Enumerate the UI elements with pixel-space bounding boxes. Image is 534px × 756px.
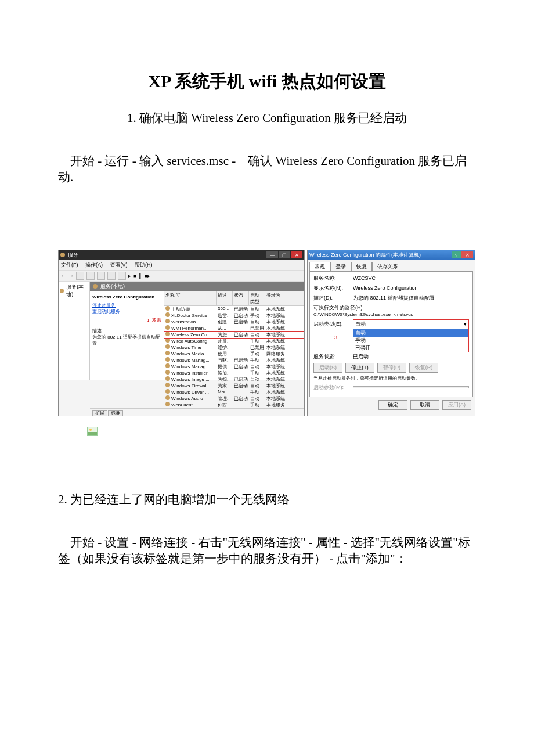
hint-text: 当从此处启动服务时，您可指定所适用的启动参数。 (313, 375, 469, 381)
pause-button[interactable]: 暂停(P) (377, 363, 406, 373)
table-row[interactable]: Windows Installer添加...手动本地系统 (164, 370, 304, 376)
menu-view[interactable]: 查看(V) (110, 262, 128, 268)
tab-logon[interactable]: 登录 (330, 262, 351, 271)
close-button[interactable]: ✕ (461, 251, 473, 258)
tab-recovery[interactable]: 恢复 (351, 262, 372, 271)
col-name[interactable]: 名称 ▽ (164, 291, 217, 305)
label-desc: 描述(D): (313, 294, 353, 302)
gear-icon (165, 325, 170, 330)
step2-text: 开始 - 设置 - 网络连接 - 右击"无线网络连接" - 属性 - 选择"无线… (58, 534, 476, 567)
table-row[interactable]: Windows Manag...提供...已启动自动本地系统 (164, 363, 304, 370)
toolbar-play-icon[interactable]: ■ (134, 273, 136, 279)
gear-icon (165, 332, 170, 336)
table-row[interactable]: WMI Performan...从...已禁用本地系统 (164, 325, 304, 332)
services-window: 服务 — ▢ ✕ 文件(F) 操作(A) 查看(V) 帮助(H) ← → ▸ ■… (58, 250, 305, 416)
table-row[interactable]: 主动防御360...已启动自动本地系统 (164, 306, 304, 312)
menu-file[interactable]: 文件(F) (61, 262, 78, 268)
maximize-button[interactable]: ▢ (279, 251, 290, 258)
val-svcname: WZCSVC (353, 275, 469, 281)
tree-item[interactable]: 服务(本地) (60, 283, 88, 298)
col-status[interactable]: 状态 (233, 291, 249, 305)
cancel-button[interactable]: 取消 (410, 400, 439, 410)
nav-back-icon[interactable]: ← (61, 273, 66, 279)
combo-opt-disabled[interactable]: 已禁用 (353, 344, 468, 352)
combo-value: 自动 (355, 321, 366, 328)
stop-button[interactable]: 停止(T) (345, 363, 374, 373)
toolbar-pause-icon[interactable]: ‖ (139, 273, 142, 279)
desc-text: 为您的 802.11 适配器提供自动配置 (92, 334, 161, 347)
table-row[interactable]: Windows Firewal...为家...已启动自动本地系统 (164, 383, 304, 389)
val-status: 已启动 (353, 353, 469, 361)
annotation-3: 3 (334, 334, 469, 340)
properties-titlebar: Wireless Zero Configuration 的属性(本地计算机) ?… (308, 250, 475, 260)
table-row[interactable]: Wired AutoConfig此服...手动本地系统 (164, 338, 304, 344)
properties-title: Wireless Zero Configuration 的属性(本地计算机) (309, 251, 421, 259)
list-header: 服务(本地) (90, 282, 304, 291)
table-row[interactable]: Wireless Zero Co...为您...已启动自动本地系统 (164, 332, 304, 338)
toolbar-sep: ▸ (128, 273, 131, 279)
table-row[interactable]: XLDoctor Service迅雷...已启动手动本地系统 (164, 312, 304, 319)
gear-icon (165, 370, 170, 375)
tab-deps[interactable]: 依存关系 (372, 262, 403, 271)
start-button[interactable]: 启动(S) (313, 363, 342, 373)
resume-button[interactable]: 恢复(R) (409, 363, 438, 373)
table-row[interactable]: Windows Driver ...Man...手动本地系统 (164, 389, 304, 395)
tab-standard[interactable]: 标准 (108, 410, 123, 416)
apply-button[interactable]: 应用(A) (442, 400, 471, 410)
gear-icon (165, 338, 170, 343)
gear-icon (60, 289, 64, 293)
tree-pane: 服务(本地) (59, 282, 90, 380)
image-placeholder-icon (87, 427, 98, 436)
table-row[interactable]: Windows Image ...为扫...已启动自动本地系统 (164, 376, 304, 383)
page-title: XP 系统手机 wifi 热点如何设置 (58, 70, 476, 93)
services-title-text: 服务 (68, 251, 78, 259)
close-button[interactable]: ✕ (291, 251, 302, 258)
table-row[interactable]: Windows Manag...与驱...已启动手动本地系统 (164, 357, 304, 363)
menu-action[interactable]: 操作(A) (85, 262, 103, 268)
menu-help[interactable]: 帮助(H) (135, 262, 153, 268)
col-logon[interactable]: 登录为 (265, 291, 297, 305)
table-row[interactable]: Windows Media...使用...手动网络服务 (164, 351, 304, 357)
gear-icon (165, 395, 170, 400)
toolbar-icon[interactable] (76, 272, 84, 280)
toolbar-icon[interactable] (107, 272, 116, 280)
tab-general[interactable]: 常规 (309, 262, 330, 271)
restart-link[interactable]: 重启动此服务 (92, 308, 161, 315)
detail-svc-name: Wireless Zero Configuration (92, 294, 161, 300)
gear-icon (165, 344, 170, 349)
detail-pane: Wireless Zero Configuration 停止此服务 重启动此服务… (90, 291, 164, 408)
label-path: 可执行文件的路径(H): (313, 304, 364, 312)
table-row[interactable]: Windows Time维护...已禁用本地系统 (164, 344, 304, 351)
gear-icon (165, 376, 170, 381)
combo-dropdown[interactable]: 自动 手动 已禁用 (353, 329, 469, 352)
col-desc[interactable]: 描述 (217, 291, 233, 305)
step1-heading: 1. 确保电脑 Wireless Zero Configuration 服务已经… (58, 110, 476, 126)
toolbar-icon[interactable] (118, 272, 126, 280)
table-row[interactable]: Windows Audio管理...已启动自动本地系统 (164, 395, 304, 402)
menu-bar[interactable]: 文件(F) 操作(A) 查看(V) 帮助(H) (59, 260, 304, 271)
gear-icon (165, 363, 170, 368)
gear-icon (165, 389, 170, 394)
list-header-text: 服务(本地) (100, 283, 125, 290)
tab-extended[interactable]: 扩展 (92, 410, 107, 416)
toolbar-restart-icon[interactable]: ■▸ (144, 273, 150, 279)
table-row[interactable]: Workstation创建...已启动自动本地系统 (164, 319, 304, 325)
params-input (353, 386, 469, 388)
toolbar-icon[interactable] (97, 272, 105, 280)
step2-heading: 2. 为已经连上了网的电脑增加一个无线网络 (58, 491, 476, 507)
gear-icon (93, 284, 98, 289)
annotation-1: 1. 双击 (92, 317, 161, 323)
stop-link[interactable]: 停止此服务 (92, 302, 161, 308)
properties-tabs: 常规 登录 恢复 依存关系 (308, 260, 475, 271)
minimize-button[interactable]: — (266, 251, 278, 258)
chevron-down-icon: ▾ (464, 321, 467, 327)
nav-fwd-icon[interactable]: → (68, 273, 74, 279)
col-type[interactable]: 启动类型 (249, 291, 265, 305)
startup-type-combo[interactable]: 自动 ▾ (353, 319, 469, 329)
table-row[interactable]: WebClient仲西...手动本地服务 (164, 402, 304, 408)
help-button[interactable]: ? (452, 251, 461, 258)
properties-dialog: Wireless Zero Configuration 的属性(本地计算机) ?… (307, 250, 475, 416)
toolbar-icon[interactable] (86, 272, 95, 280)
screenshot-figure: 服务 — ▢ ✕ 文件(F) 操作(A) 查看(V) 帮助(H) ← → ▸ ■… (58, 250, 476, 416)
ok-button[interactable]: 确定 (378, 400, 407, 410)
